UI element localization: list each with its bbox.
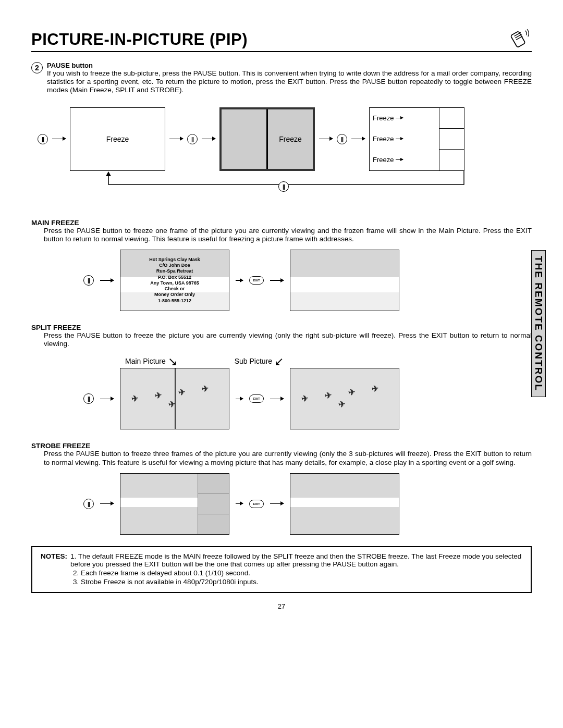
split-freeze-box: Freeze (219, 107, 315, 171)
pause-body: If you wish to freeze the sub-picture, p… (47, 69, 532, 95)
main-freeze-title: MAIN FREEZE (31, 219, 532, 227)
main-freeze-body: Press the PAUSE button to freeze one fra… (44, 227, 532, 243)
svg-marker-4 (106, 171, 111, 176)
strobe-freeze-title: STROBE FREEZE (31, 442, 532, 450)
strobe-freeze-diagram: EXIT (83, 473, 532, 535)
addr-line: Money Order Only (154, 292, 195, 298)
pause-icon (83, 393, 94, 404)
split-labels-row: Main Picture ↘ Sub Picture ↙ (125, 353, 532, 367)
pause-title: PAUSE button (47, 61, 532, 69)
arrow-icon (270, 399, 284, 399)
pause-icon (187, 134, 198, 144)
freeze-label: Freeze (373, 114, 394, 122)
addr-line: Any Town, USA 98765 (150, 280, 199, 286)
side-tab: THE REMOTE CONTROL (531, 250, 546, 397)
freeze-label: Freeze (279, 135, 302, 143)
address-image: Hot Springs Clay Mask C/O John Doe Run-S… (120, 250, 229, 311)
note-item: 1. The default FREEZE mode is the MAIN f… (70, 552, 522, 568)
remote-icon (509, 26, 532, 49)
bullet-number-icon: 2 (31, 62, 43, 73)
strobe-freeze-body: Press the PAUSE button to freeze three f… (44, 450, 532, 466)
split-freeze-diagram: EXIT (83, 368, 532, 429)
arrow-icon (236, 280, 243, 280)
exit-button-icon: EXIT (249, 276, 264, 285)
pause-icon (83, 499, 94, 509)
note-item: 3. Strobe Freeze is not available in 480… (73, 578, 259, 586)
strobe-freeze-box: Freeze Freeze Freeze (369, 107, 464, 171)
strobe-picture-image (120, 473, 229, 535)
pause-icon (337, 134, 347, 144)
notes-label: NOTES: (41, 552, 67, 568)
freeze-label: Freeze (373, 156, 394, 164)
arrow-icon (319, 139, 333, 139)
addr-line: 1-800-555-1212 (158, 298, 191, 304)
freeze-modes-diagram: Freeze Freeze Freeze Freeze Freeze (38, 107, 532, 171)
pause-icon (38, 134, 48, 144)
addr-line: Check or (165, 286, 185, 292)
addr-line: C/O John Doe (159, 263, 190, 268)
sub-picture-label: Sub Picture (235, 357, 272, 365)
freeze-label: Freeze (373, 135, 394, 143)
main-freeze-diagram: Hot Springs Clay Mask C/O John Doe Run-S… (83, 250, 532, 311)
arrow-icon (202, 139, 215, 139)
split-freeze-body: Press the PAUSE button to freeze the pic… (44, 331, 532, 348)
arrow-icon (100, 280, 114, 280)
notes-box: NOTES: 1. The default FREEZE mode is the… (31, 546, 532, 593)
main-picture-label: Main Picture (125, 357, 166, 365)
arrow-icon (100, 399, 114, 399)
jets-image (290, 368, 399, 429)
pause-section: 2 PAUSE button If you wish to freeze the… (31, 61, 532, 95)
arrow-icon (52, 139, 66, 139)
snow-scene-image (290, 250, 399, 311)
arrow-icon (236, 399, 243, 399)
arrow-icon (351, 139, 365, 139)
split-freeze-title: SPLIT FREEZE (31, 324, 532, 331)
split-picture-image (120, 368, 229, 429)
pause-icon (278, 181, 289, 192)
page-title: PICTURE-IN-PICTURE (PIP) (31, 30, 248, 49)
addr-line: Hot Springs Clay Mask (149, 257, 200, 263)
note-item: 2. Each freeze frame is delayed about 0.… (73, 569, 250, 577)
arrow-icon (236, 503, 243, 504)
arrow-icon (169, 139, 183, 139)
main-freeze-box: Freeze (70, 107, 165, 171)
arrow-icon (270, 280, 284, 280)
svg-rect-0 (510, 31, 525, 48)
toy-blocks-image (290, 473, 399, 535)
exit-button-icon: EXIT (249, 500, 264, 508)
freeze-label: Freeze (106, 135, 129, 143)
exit-button-icon: EXIT (249, 394, 264, 403)
pause-icon (83, 275, 94, 286)
arrow-icon (270, 503, 284, 504)
page-number: 27 (31, 602, 532, 610)
page-header: PICTURE-IN-PICTURE (PIP) (31, 26, 532, 52)
addr-line: P.O. Box 55512 (158, 275, 191, 280)
arrow-icon (100, 503, 114, 504)
addr-line: Run-Spa Retreat (156, 268, 193, 274)
